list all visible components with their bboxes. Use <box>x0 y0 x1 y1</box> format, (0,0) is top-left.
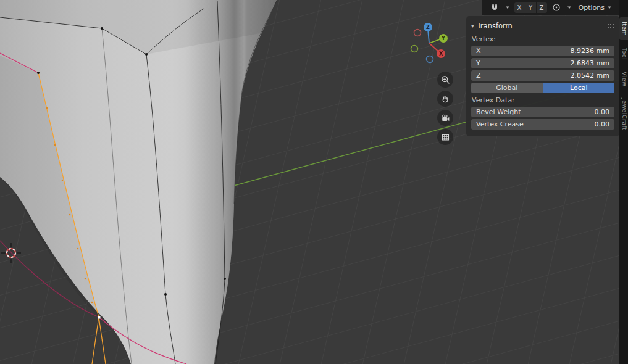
pan-button[interactable] <box>437 91 453 107</box>
zoom-button[interactable] <box>437 72 453 88</box>
tab-jewelcraft[interactable]: JewelCraft <box>619 94 628 134</box>
camera-view-button[interactable] <box>437 110 453 126</box>
vertex-x-field[interactable]: X 8.9236 mm <box>471 46 614 56</box>
chevron-down-icon <box>567 5 572 10</box>
proportional-editing-button[interactable] <box>550 2 563 13</box>
gizmo-neg-y-handle[interactable] <box>411 46 418 52</box>
panel-expand-chevron-icon[interactable]: ▾ <box>471 23 474 29</box>
selected-vertex[interactable] <box>98 316 101 319</box>
vertex-x-axis-label: X <box>476 47 481 55</box>
hand-icon <box>441 94 450 104</box>
vertex-z-field[interactable]: Z 2.0542 mm <box>471 70 614 81</box>
options-button[interactable]: Options <box>576 2 614 13</box>
vertex-section-label: Vertex: <box>472 35 614 43</box>
mirror-x-toggle[interactable]: X <box>514 2 525 13</box>
magnet-icon <box>490 3 499 12</box>
gizmo-neg-x-handle[interactable] <box>414 30 421 36</box>
vertex-y-value: -2.6843 mm <box>568 59 609 67</box>
vertex-crease-value: 0.00 <box>595 120 610 128</box>
vertex-z-value: 2.0542 mm <box>571 72 609 80</box>
gizmo-x-label: X <box>439 51 443 57</box>
proportional-editing-icon <box>552 3 561 12</box>
viewport-header: X Y Z Options <box>482 0 619 15</box>
tab-item[interactable]: Item <box>619 17 628 40</box>
gizmo-y-label: Y <box>441 36 445 41</box>
viewport-nav-buttons <box>437 72 453 145</box>
chevron-down-icon <box>607 5 612 10</box>
tab-tool[interactable]: Tool <box>619 43 628 64</box>
vertex-y-axis-label: Y <box>476 59 480 67</box>
panel-title: Transform <box>477 22 604 30</box>
panel-drag-handle-icon[interactable] <box>607 23 614 28</box>
local-button[interactable]: Local <box>543 83 615 93</box>
mesh-object[interactable] <box>0 0 277 364</box>
vertex-z-axis-label: Z <box>476 72 481 80</box>
global-button[interactable]: Global <box>471 83 543 93</box>
zoom-icon <box>441 75 450 85</box>
orientation-toggle: Global Local <box>471 83 614 93</box>
falloff-dropdown-button[interactable] <box>566 2 573 13</box>
gizmo-x-handle[interactable]: X <box>437 49 445 58</box>
options-label: Options <box>579 4 605 12</box>
vertex-x-value: 8.9236 mm <box>571 47 609 55</box>
n-panel: ▾ Transform Vertex: X 8.9236 mm Y -2.684… <box>466 16 619 136</box>
grid-icon <box>441 133 450 142</box>
camera-icon <box>441 114 450 123</box>
tab-view[interactable]: View <box>619 67 628 91</box>
blender-3d-viewport[interactable]: X Y Z Options <box>0 0 628 364</box>
vertex-crease-label: Vertex Crease <box>476 120 524 128</box>
chevron-down-icon <box>505 5 510 10</box>
gizmo-z-label: Z <box>426 25 430 30</box>
mesh-shade-right <box>186 0 277 364</box>
gizmo-y-handle[interactable]: Y <box>439 34 448 43</box>
transform-panel-header[interactable]: ▾ Transform <box>470 20 616 32</box>
vertex-data-section-label: Vertex Data: <box>472 96 614 104</box>
snap-magnet-button[interactable] <box>488 2 501 13</box>
gizmo-z-handle[interactable]: Z <box>424 23 432 31</box>
bevel-weight-value: 0.00 <box>595 108 610 116</box>
gizmo-neg-z-handle[interactable] <box>427 56 433 63</box>
snap-dropdown-button[interactable] <box>504 2 511 13</box>
vertex-crease-field[interactable]: Vertex Crease 0.00 <box>471 119 614 130</box>
navigation-gizmo[interactable]: Z Y X <box>403 16 455 68</box>
bevel-weight-field[interactable]: Bevel Weight 0.00 <box>471 107 614 117</box>
mirror-axis-toggles: X Y Z <box>514 2 547 13</box>
grid-ortho-button[interactable] <box>437 129 453 145</box>
bevel-weight-label: Bevel Weight <box>476 108 521 116</box>
vertex-y-field[interactable]: Y -2.6843 mm <box>471 58 614 68</box>
mirror-y-toggle[interactable]: Y <box>525 2 536 13</box>
mirror-z-toggle[interactable]: Z <box>537 2 547 13</box>
sidebar-tab-strip: Item Tool View JewelCraft <box>619 0 628 364</box>
